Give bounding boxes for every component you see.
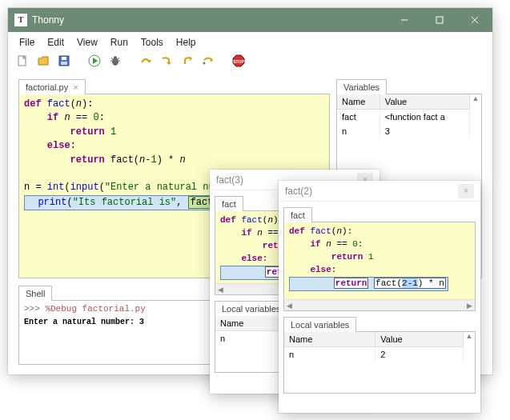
titlebar[interactable]: T Thonny <box>8 8 492 32</box>
close-button[interactable] <box>457 8 492 32</box>
stop-icon[interactable]: STOP <box>231 53 247 69</box>
file-tab-label: factorial.py <box>26 82 68 92</box>
frame2-titlebar[interactable]: fact(2) × <box>279 181 480 202</box>
new-file-icon[interactable] <box>14 53 30 69</box>
app-title: Thonny <box>32 14 387 26</box>
shell-tab[interactable]: Shell <box>18 286 52 301</box>
frame2-tab-label: fact <box>291 210 305 220</box>
step-over-icon[interactable] <box>138 53 154 69</box>
debug-icon[interactable] <box>107 53 123 69</box>
frame2-locals-title: Local variables <box>291 320 349 330</box>
svg-point-22 <box>203 62 206 65</box>
vars-col-name[interactable]: Name <box>337 94 379 110</box>
table-row[interactable]: n 2 <box>284 347 464 362</box>
svg-marker-20 <box>190 57 192 61</box>
maximize-button[interactable] <box>422 8 457 32</box>
menubar: File Edit View Run Tools Help <box>8 32 492 51</box>
file-tab-factorial[interactable]: factorial.py × <box>18 79 86 94</box>
resume-icon[interactable] <box>200 53 216 69</box>
shell-prompt: >>> <box>24 304 45 314</box>
menu-run[interactable]: Run <box>106 35 133 50</box>
variables-title: Variables <box>343 82 379 92</box>
vars-col-value[interactable]: Value <box>379 94 469 110</box>
frame-window-fact2[interactable]: fact(2) × fact def fact(n): if n == 0: r… <box>279 181 480 413</box>
variables-tab[interactable]: Variables <box>336 79 387 94</box>
svg-rect-7 <box>61 62 67 65</box>
shell-output: Enter a natural number: 3 <box>24 318 144 326</box>
svg-rect-1 <box>436 17 443 23</box>
menu-view[interactable]: View <box>72 35 102 50</box>
svg-text:STOP: STOP <box>233 59 244 64</box>
menu-tools[interactable]: Tools <box>136 35 168 50</box>
app-icon: T <box>14 14 27 26</box>
shell-title: Shell <box>26 289 45 298</box>
minimize-button[interactable] <box>387 8 422 32</box>
menu-edit[interactable]: Edit <box>42 35 69 50</box>
frame2-hscroll[interactable]: ◀▶ <box>284 299 475 310</box>
toolbar: STOP <box>8 51 492 74</box>
locals-col-value[interactable]: Value <box>375 332 464 347</box>
frame2-locals-scroll[interactable]: ▲ <box>464 332 475 393</box>
open-file-icon[interactable] <box>35 53 51 69</box>
frame2-locals-tab[interactable]: Local variables <box>283 317 356 332</box>
step-into-icon[interactable] <box>159 53 175 69</box>
locals-col-name[interactable]: Name <box>284 332 375 347</box>
menu-file[interactable]: File <box>14 35 39 50</box>
tab-close-icon[interactable]: × <box>73 82 78 92</box>
frame3-title: fact(3) <box>216 174 243 186</box>
table-row[interactable]: n 3 <box>337 124 470 138</box>
frame3-tab[interactable]: fact <box>215 196 243 211</box>
menu-help[interactable]: Help <box>171 35 201 50</box>
svg-line-14 <box>111 58 113 59</box>
run-icon[interactable] <box>86 53 102 69</box>
svg-marker-18 <box>167 62 171 65</box>
svg-rect-6 <box>62 57 66 60</box>
frame2-close-icon[interactable]: × <box>458 184 474 198</box>
variables-table: Name Value fact <function fact a n 3 <box>337 94 470 138</box>
frame3-locals-title: Local variables <box>222 304 280 314</box>
frame3-tab-label: fact <box>222 199 236 209</box>
frame2-title: fact(2) <box>285 186 312 197</box>
step-out-icon[interactable] <box>179 53 195 69</box>
table-row[interactable]: fact <function fact a <box>337 110 470 125</box>
svg-point-11 <box>114 56 117 59</box>
svg-line-15 <box>118 58 119 59</box>
frame2-locals-table: Name Value n 2 <box>284 332 464 362</box>
frame3-locals-tab[interactable]: Local variables <box>215 301 287 316</box>
frame2-tab[interactable]: fact <box>283 207 312 222</box>
shell-command: %Debug factorial.py <box>45 304 145 314</box>
save-file-icon[interactable] <box>56 53 72 69</box>
